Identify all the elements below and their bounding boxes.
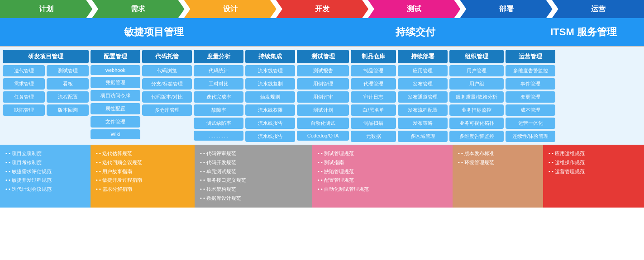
- sub-item: 故障率: [194, 104, 243, 116]
- yd-left: 迭代管理需求管理任务管理缺陷管理: [3, 65, 45, 116]
- sub-item: 审计日志: [351, 91, 396, 103]
- column-cs: 测试管理测试报告用例管理用例评审测试计划自动化测试Codedog/QTA: [297, 50, 349, 142]
- sub-item: 多仓库管理: [142, 104, 192, 116]
- yd-right: 测试管理看板流程配置版本回溯: [47, 65, 89, 116]
- sub-item: 版本回溯: [47, 104, 89, 116]
- note-item: • 敏捷需求评估规范: [5, 167, 85, 176]
- sub-item: 用户管理: [449, 65, 504, 76]
- note-item: • 技术架构规范: [200, 185, 307, 194]
- note-item: • 环境管理规范: [458, 158, 538, 167]
- column-dm: 代码托管代码浏览分支/标签管理代码版本/对比多仓库管理: [142, 50, 192, 142]
- sub-item: Wiki: [91, 129, 140, 139]
- column-dl: 度量分析代码统计工时对比迭代完成率故障率测试缺陷率…………: [194, 50, 243, 142]
- sub-item: 流水线复制: [245, 78, 295, 90]
- sub-item: 发布通道管理: [398, 91, 448, 103]
- col-header-yd: 研发项目管理: [3, 50, 89, 63]
- sub-item: 白/黑名单: [351, 104, 396, 116]
- note-item: • 测试指南: [318, 158, 447, 167]
- sub-item: 发布流程配置: [398, 104, 448, 116]
- sub-item: 触发规则: [245, 91, 295, 103]
- sub-item: 连续性/体验管理: [506, 131, 555, 142]
- col-header-pz: 配置管理: [91, 50, 140, 63]
- note-item: • 配置管理规范: [318, 176, 447, 185]
- sub-item: 缺陷管理: [3, 104, 45, 116]
- col-header-cs: 测试管理: [297, 50, 349, 63]
- sub-item: 用户组: [449, 78, 504, 90]
- main-group-0: 敏捷项目管理: [5, 22, 303, 43]
- sub-item: 制品管理: [351, 65, 396, 76]
- phase-运营: 运营: [552, 0, 644, 18]
- column-bs: 持续部署应用管理发布管理发布通道管理发布流程配置发布策略多区域管理: [398, 50, 448, 142]
- sub-item: 文件管理: [91, 116, 140, 128]
- sub-item: 迭代完成率: [194, 91, 243, 103]
- note-block-0: • 项目立项制度• 项目考核制度• 敏捷需求评估规范• 敏捷开发过程规范• 迭代…: [0, 145, 91, 208]
- sub-item: 元数据: [351, 131, 396, 142]
- sub-item: 工时对比: [194, 78, 243, 90]
- phase-部署: 部署: [460, 0, 552, 18]
- sub-item: 流水线权限: [245, 104, 295, 116]
- note-block-4: • 版本发布标准• 环境管理规范: [453, 145, 543, 208]
- note-item: • 缺陷管理规范: [318, 167, 447, 176]
- sub-item: 迭代管理: [3, 65, 45, 76]
- note-block-2: • 代码评审规范• 代码开发规范• 单元测试规范• 服务接口定义规范• 技术架构…: [195, 145, 312, 208]
- sub-item: 代码版本/对比: [142, 91, 192, 103]
- sub-item: 测试计划: [297, 104, 349, 116]
- sub-item: 多区域管理: [398, 131, 448, 142]
- column-yd: 研发项目管理迭代管理需求管理任务管理缺陷管理测试管理看板流程配置版本回溯: [3, 50, 89, 142]
- sub-item: 流程配置: [47, 91, 89, 103]
- sub-item: 代理管理: [351, 78, 396, 90]
- note-item: • 单元测试规范: [200, 167, 307, 176]
- col-header-dm: 代码托管: [142, 50, 192, 63]
- sub-item: 任务管理: [3, 91, 45, 103]
- note-item: • 项目考核制度: [5, 158, 85, 167]
- sub-item: 多维度告警监控: [506, 65, 555, 76]
- sub-item: 发布策略: [398, 118, 448, 129]
- note-item: • 项目立项制度: [5, 149, 85, 158]
- column-cp: 制品仓库制品管理代理管理审计日志白/黑名单制品扫描元数据: [351, 50, 396, 142]
- sub-item: 业务可视化拓扑: [449, 118, 504, 129]
- note-item: • 自动化测试管理规范: [318, 185, 447, 194]
- note-item: • 用户故事指南: [96, 167, 189, 176]
- column-yy: 运营管理多维度告警监控事件管理变更管理成本管理运营一体化连续性/体验管理: [506, 50, 555, 142]
- column-pz: 配置管理webhook凭据管理项目访问令牌属性配置文件管理Wiki: [91, 50, 140, 142]
- sub-item: 测试报告: [297, 65, 349, 76]
- col-header-bs: 持续部署: [398, 50, 448, 63]
- sub-item: 自动化测试: [297, 118, 349, 129]
- sub-item: 看板: [47, 78, 89, 90]
- main-groups: 敏捷项目管理持续交付ITSM 服务管理: [0, 18, 644, 46]
- sub-item: 应用管理: [398, 65, 448, 76]
- note-item: • 服务接口定义规范: [200, 176, 307, 185]
- sub-item: 流水线报告: [245, 131, 295, 142]
- sub-item: 项目访问令牌: [91, 90, 140, 101]
- note-item: • 迭代估算规范: [96, 149, 189, 158]
- note-list-0: • 项目立项制度• 项目考核制度• 敏捷需求评估规范• 敏捷开发过程规范• 迭代…: [5, 149, 85, 194]
- main-group-2: ITSM 服务管理: [528, 22, 639, 43]
- notes-area: • 项目立项制度• 项目考核制度• 敏捷需求评估规范• 敏捷开发过程规范• 迭代…: [0, 145, 644, 208]
- sub-item: 凭据管理: [91, 77, 140, 88]
- phase-需求: 需求: [92, 0, 184, 18]
- sub-item: 运营一体化: [506, 118, 555, 129]
- note-item: • 数据库设计规范: [200, 194, 307, 203]
- note-list-1: • 迭代估算规范• 迭代回顾会议规范• 用户故事指南• 敏捷开发过程指南• 需求…: [96, 149, 189, 194]
- note-item: • 运营管理规范: [549, 167, 639, 176]
- sub-item: 成本管理: [506, 104, 555, 116]
- col-header-cp: 制品仓库: [351, 50, 396, 63]
- note-item: • 敏捷开发过程指南: [96, 176, 189, 185]
- phase-开发: 开发: [276, 0, 368, 18]
- phase-设计: 设计: [184, 0, 277, 18]
- col-header-dl: 度量分析: [194, 50, 243, 63]
- note-block-1: • 迭代估算规范• 迭代回顾会议规范• 用户故事指南• 敏捷开发过程指南• 需求…: [91, 145, 195, 208]
- note-item: • 迭代回顾会议规范: [96, 158, 189, 167]
- sub-item: Codedog/QTA: [297, 131, 349, 141]
- note-list-4: • 版本发布标准• 环境管理规范: [458, 149, 538, 167]
- col-header-zz: 组织管理: [449, 50, 504, 63]
- column-jc: 持续集成流水线管理流水线复制触发规则流水线权限流水线报告流水线报告: [245, 50, 295, 142]
- main-group-1: 持续交付: [307, 22, 524, 43]
- sub-item: 发布管理: [398, 78, 448, 90]
- col-header-jc: 持续集成: [245, 50, 295, 63]
- note-block-3: • 测试管理规范• 测试指南• 缺陷管理规范• 配置管理规范• 自动化测试管理规…: [312, 145, 453, 208]
- sub-item: 多维度告警监控: [449, 131, 504, 142]
- sub-item: 属性配置: [91, 103, 140, 114]
- sub-item: webhook: [91, 65, 140, 75]
- sub-item: 用例管理: [297, 78, 349, 90]
